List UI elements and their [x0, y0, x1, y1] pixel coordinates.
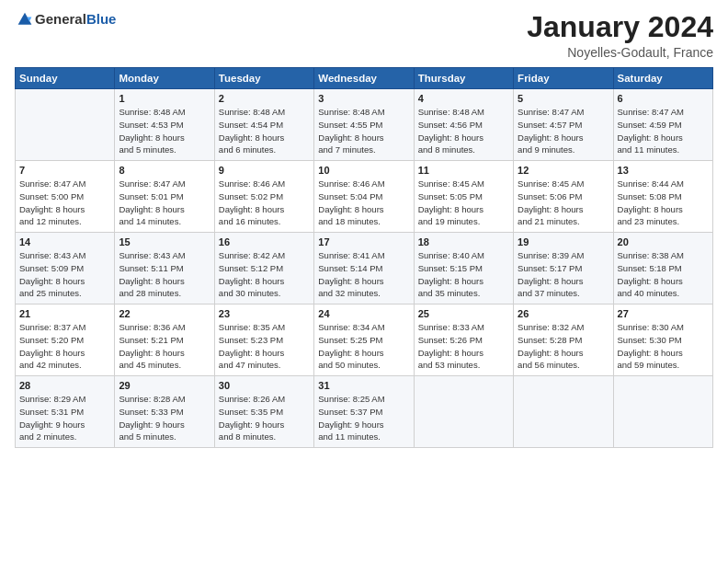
calendar-cell — [514, 376, 613, 448]
calendar-cell: 24Sunrise: 8:34 AMSunset: 5:25 PMDayligh… — [314, 304, 414, 376]
day-info: Sunrise: 8:34 AMSunset: 5:25 PMDaylight:… — [318, 321, 409, 372]
day-info: Sunrise: 8:44 AMSunset: 5:08 PMDaylight:… — [618, 178, 709, 228]
day-number: 5 — [518, 93, 609, 104]
calendar-cell: 6Sunrise: 8:47 AMSunset: 4:59 PMDaylight… — [613, 89, 712, 161]
day-info: Sunrise: 8:26 AMSunset: 5:35 PMDaylight:… — [219, 393, 310, 443]
day-header-friday: Friday — [514, 68, 613, 89]
calendar-cell: 31Sunrise: 8:25 AMSunset: 5:37 PMDayligh… — [314, 376, 414, 448]
day-number: 28 — [19, 380, 110, 391]
calendar-cell — [414, 376, 513, 448]
day-number: 23 — [219, 308, 310, 319]
week-row-3: 14Sunrise: 8:43 AMSunset: 5:09 PMDayligh… — [16, 233, 713, 304]
day-number: 25 — [418, 308, 509, 319]
logo-general-text: General — [35, 11, 86, 27]
calendar-cell: 5Sunrise: 8:47 AMSunset: 4:57 PMDaylight… — [514, 89, 613, 161]
day-info: Sunrise: 8:30 AMSunset: 5:30 PMDaylight:… — [618, 321, 709, 372]
day-number: 11 — [418, 165, 509, 176]
day-info: Sunrise: 8:25 AMSunset: 5:37 PMDaylight:… — [318, 393, 409, 443]
logo-blue-text: Blue — [86, 11, 117, 27]
week-row-1: 1Sunrise: 8:48 AMSunset: 4:53 PMDaylight… — [16, 89, 713, 161]
day-header-wednesday: Wednesday — [314, 68, 414, 89]
day-number: 22 — [119, 308, 210, 319]
day-number: 3 — [318, 93, 409, 104]
day-number: 18 — [418, 236, 509, 247]
calendar-cell: 11Sunrise: 8:45 AMSunset: 5:05 PMDayligh… — [414, 161, 513, 233]
week-row-4: 21Sunrise: 8:37 AMSunset: 5:20 PMDayligh… — [16, 304, 713, 376]
day-number: 15 — [119, 236, 210, 247]
day-info: Sunrise: 8:46 AMSunset: 5:02 PMDaylight:… — [219, 178, 310, 228]
calendar-cell: 10Sunrise: 8:46 AMSunset: 5:04 PMDayligh… — [314, 161, 414, 233]
calendar-cell: 23Sunrise: 8:35 AMSunset: 5:23 PMDayligh… — [214, 304, 313, 376]
calendar-container: GeneralBlue January 2024 Noyelles-Godaul… — [0, 0, 728, 563]
title-block: January 2024 Noyelles-Godault, France — [527, 11, 713, 60]
day-number: 4 — [418, 93, 509, 104]
calendar-cell: 8Sunrise: 8:47 AMSunset: 5:01 PMDaylight… — [115, 161, 214, 233]
day-number: 7 — [19, 165, 110, 176]
calendar-cell: 19Sunrise: 8:39 AMSunset: 5:17 PMDayligh… — [514, 233, 613, 304]
day-info: Sunrise: 8:47 AMSunset: 4:59 PMDaylight:… — [618, 106, 709, 156]
week-row-5: 28Sunrise: 8:29 AMSunset: 5:31 PMDayligh… — [16, 376, 713, 448]
day-number: 29 — [119, 380, 210, 391]
calendar-cell: 28Sunrise: 8:29 AMSunset: 5:31 PMDayligh… — [16, 376, 115, 448]
day-info: Sunrise: 8:42 AMSunset: 5:12 PMDaylight:… — [219, 249, 310, 300]
header-row: SundayMondayTuesdayWednesdayThursdayFrid… — [16, 68, 713, 89]
day-info: Sunrise: 8:45 AMSunset: 5:06 PMDaylight:… — [518, 178, 609, 228]
day-number: 24 — [318, 308, 409, 319]
day-info: Sunrise: 8:35 AMSunset: 5:23 PMDaylight:… — [219, 321, 310, 372]
header: GeneralBlue January 2024 Noyelles-Godaul… — [15, 11, 713, 60]
calendar-cell: 15Sunrise: 8:43 AMSunset: 5:11 PMDayligh… — [115, 233, 214, 304]
day-header-monday: Monday — [115, 68, 214, 89]
calendar-cell: 4Sunrise: 8:48 AMSunset: 4:56 PMDaylight… — [414, 89, 513, 161]
day-info: Sunrise: 8:48 AMSunset: 4:55 PMDaylight:… — [318, 106, 409, 156]
day-number: 20 — [618, 236, 709, 247]
day-info: Sunrise: 8:39 AMSunset: 5:17 PMDaylight:… — [518, 249, 609, 300]
calendar-cell: 12Sunrise: 8:45 AMSunset: 5:06 PMDayligh… — [514, 161, 613, 233]
day-info: Sunrise: 8:36 AMSunset: 5:21 PMDaylight:… — [119, 321, 210, 372]
day-number: 10 — [318, 165, 409, 176]
day-number: 12 — [518, 165, 609, 176]
day-info: Sunrise: 8:48 AMSunset: 4:54 PMDaylight:… — [219, 106, 310, 156]
day-info: Sunrise: 8:48 AMSunset: 4:53 PMDaylight:… — [119, 106, 210, 156]
day-number: 31 — [318, 380, 409, 391]
day-number: 13 — [618, 165, 709, 176]
day-info: Sunrise: 8:47 AMSunset: 4:57 PMDaylight:… — [518, 106, 609, 156]
day-info: Sunrise: 8:43 AMSunset: 5:11 PMDaylight:… — [119, 249, 210, 300]
day-number: 21 — [19, 308, 110, 319]
logo-general: GeneralBlue — [35, 11, 116, 28]
day-number: 17 — [318, 236, 409, 247]
day-info: Sunrise: 8:48 AMSunset: 4:56 PMDaylight:… — [418, 106, 509, 156]
calendar-cell: 7Sunrise: 8:47 AMSunset: 5:00 PMDaylight… — [16, 161, 115, 233]
calendar-cell: 14Sunrise: 8:43 AMSunset: 5:09 PMDayligh… — [16, 233, 115, 304]
subtitle: Noyelles-Godault, France — [527, 45, 713, 60]
day-number: 26 — [518, 308, 609, 319]
day-header-tuesday: Tuesday — [214, 68, 313, 89]
calendar-cell: 20Sunrise: 8:38 AMSunset: 5:18 PMDayligh… — [613, 233, 712, 304]
logo: GeneralBlue — [15, 11, 116, 28]
week-row-2: 7Sunrise: 8:47 AMSunset: 5:00 PMDaylight… — [16, 161, 713, 233]
day-header-thursday: Thursday — [414, 68, 513, 89]
calendar-cell — [613, 376, 712, 448]
day-number: 9 — [219, 165, 310, 176]
day-info: Sunrise: 8:43 AMSunset: 5:09 PMDaylight:… — [19, 249, 110, 300]
day-info: Sunrise: 8:47 AMSunset: 5:01 PMDaylight:… — [119, 178, 210, 228]
day-info: Sunrise: 8:45 AMSunset: 5:05 PMDaylight:… — [418, 178, 509, 228]
calendar-cell: 26Sunrise: 8:32 AMSunset: 5:28 PMDayligh… — [514, 304, 613, 376]
calendar-cell: 21Sunrise: 8:37 AMSunset: 5:20 PMDayligh… — [16, 304, 115, 376]
calendar-cell: 16Sunrise: 8:42 AMSunset: 5:12 PMDayligh… — [214, 233, 313, 304]
calendar-cell — [16, 89, 115, 161]
month-title: January 2024 — [527, 11, 713, 43]
calendar-table: SundayMondayTuesdayWednesdayThursdayFrid… — [15, 67, 713, 448]
calendar-cell: 1Sunrise: 8:48 AMSunset: 4:53 PMDaylight… — [115, 89, 214, 161]
calendar-cell: 29Sunrise: 8:28 AMSunset: 5:33 PMDayligh… — [115, 376, 214, 448]
day-info: Sunrise: 8:33 AMSunset: 5:26 PMDaylight:… — [418, 321, 509, 372]
calendar-cell: 25Sunrise: 8:33 AMSunset: 5:26 PMDayligh… — [414, 304, 513, 376]
calendar-cell: 9Sunrise: 8:46 AMSunset: 5:02 PMDaylight… — [214, 161, 313, 233]
day-info: Sunrise: 8:28 AMSunset: 5:33 PMDaylight:… — [119, 393, 210, 443]
day-number: 19 — [518, 236, 609, 247]
day-info: Sunrise: 8:40 AMSunset: 5:15 PMDaylight:… — [418, 249, 509, 300]
day-number: 8 — [119, 165, 210, 176]
day-info: Sunrise: 8:46 AMSunset: 5:04 PMDaylight:… — [318, 178, 409, 228]
day-info: Sunrise: 8:38 AMSunset: 5:18 PMDaylight:… — [618, 249, 709, 300]
day-number: 27 — [618, 308, 709, 319]
day-number: 30 — [219, 380, 310, 391]
